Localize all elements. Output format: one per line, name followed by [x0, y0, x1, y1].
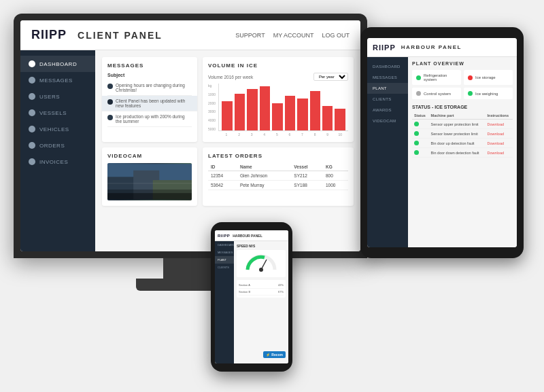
my-account-link[interactable]: MY ACCOUNT	[273, 32, 314, 39]
status-dot-4	[414, 150, 419, 155]
status-row-1: Sensor upper protection limit Download	[412, 120, 513, 129]
ph-sidebar-item-2[interactable]: MESSAGES	[215, 249, 234, 256]
chart-container: 5000 4000 3000 2000 1000 kg	[208, 84, 348, 137]
status-dot-3	[414, 141, 419, 145]
invoices-icon	[29, 158, 35, 165]
plant-status-green-2	[468, 91, 473, 96]
phone-frame: RIIPP HARBOUR PANEL DASHBOARD MESSAGES P…	[211, 222, 292, 372]
messages-icon	[29, 77, 35, 84]
logout-link[interactable]: LOG OUT	[322, 32, 350, 39]
y-label-2000: 2000	[208, 101, 216, 105]
message-item-2[interactable]: Client Panel has been updated with new f…	[102, 96, 197, 111]
order-vessel-2: SY188	[291, 181, 323, 190]
x-label-9: 9	[322, 132, 333, 137]
plant-item-1: Refrigeration system	[412, 70, 461, 85]
sidebar-label-dashboard: DASHBOARD	[39, 61, 77, 67]
status-part-2: Sensor lower protection limit	[429, 129, 486, 139]
top-row: MESSAGES Subject Opening hours are chang…	[102, 57, 354, 142]
message-item-3[interactable]: Ice production up with 200% during the s…	[107, 111, 192, 127]
sidebar-item-dashboard[interactable]: DASHBOARD	[20, 56, 95, 72]
sidebar-item-messages[interactable]: MESSAGES	[20, 72, 95, 88]
x-label-1: 1	[221, 132, 232, 137]
hp-sidebar-clients[interactable]: CLIENTS	[367, 94, 408, 105]
phone-gauge-area	[237, 250, 286, 277]
monitor-frame: RIIPP CLIENT PANEL SUPPORT MY ACCOUNT LO…	[14, 14, 367, 258]
status-instr-3[interactable]: Download	[486, 139, 513, 148]
bar-10	[335, 109, 345, 131]
phone-row-1: Section A 42%	[239, 282, 284, 289]
status-part-1: Sensor upper protection limit	[429, 120, 486, 129]
videocam-title: VIDEOCAM	[107, 153, 192, 159]
hp-sidebar-messages[interactable]: MESSAGES	[367, 72, 408, 83]
bar-7	[297, 99, 307, 130]
order-row-2[interactable]: 53642 Pete Murray SY188 1000	[208, 181, 348, 190]
orders-title: LATEST ORDERS	[208, 153, 348, 159]
status-row-3: Bin door up detection fault Download	[412, 139, 513, 148]
ph-sidebar-item-3[interactable]: PLANT	[215, 256, 234, 264]
hp-sidebar-awards[interactable]: AWARDS	[367, 105, 408, 115]
chart-x-labels: 12345678910	[218, 132, 348, 137]
status-instr-1[interactable]: Download	[486, 120, 513, 129]
ph-sidebar-item-4[interactable]: CLIENTS	[215, 264, 234, 271]
chart-title: VOLUME IN ICE	[208, 63, 348, 69]
dashboard-icon	[29, 60, 35, 67]
phone: RIIPP HARBOUR PANEL DASHBOARD MESSAGES P…	[211, 222, 292, 372]
bar-2	[235, 94, 245, 130]
msg-text-2: Client Panel has been updated with new f…	[116, 99, 192, 108]
plant-item-2: Ice storage	[464, 70, 513, 85]
message-item-1[interactable]: Opening hours are changing during Christ…	[107, 80, 192, 96]
hp-sidebar-plant[interactable]: PLANT	[367, 83, 408, 94]
msg-dot-1	[107, 84, 113, 89]
bar-4	[260, 86, 270, 130]
order-row-1[interactable]: 12354 Glen Johnson SY212 800	[208, 171, 348, 181]
hp-title: HARBOUR PANEL	[401, 44, 462, 50]
chart-y-labels: 5000 4000 3000 2000 1000 kg	[208, 84, 216, 131]
ph-sidebar: DASHBOARD MESSAGES PLANT CLIENTS	[215, 241, 234, 363]
chart-label: Volume 2016 per week	[208, 75, 253, 79]
order-vessel-1: SY212	[291, 171, 323, 181]
chart-header: Volume 2016 per week Per year	[208, 73, 348, 81]
sidebar-item-orders[interactable]: ORDERS	[20, 137, 95, 154]
sidebar-item-vessels[interactable]: VESSELS	[20, 105, 95, 121]
plant-status-green-1	[416, 75, 421, 80]
sidebar-item-invoices[interactable]: INVOICES	[20, 154, 95, 170]
status-col-part: Machine part	[429, 112, 486, 120]
sidebar-label-orders: ORDERS	[39, 143, 65, 149]
chart-period-select[interactable]: Per year	[313, 73, 348, 81]
sidebar-item-users[interactable]: USERS	[20, 88, 95, 105]
y-label-unit: kg	[208, 84, 216, 88]
sidebar-item-vehicles[interactable]: VEHICLES	[20, 121, 95, 137]
order-name-2: Pete Murray	[237, 181, 291, 190]
x-label-3: 3	[246, 132, 257, 137]
status-dot-2	[414, 131, 419, 136]
plant-status-gray-1	[416, 91, 421, 96]
ph-sidebar-item-1[interactable]: DASHBOARD	[215, 241, 234, 249]
phone-label-b: Section B	[239, 290, 250, 293]
status-instr-2[interactable]: Download	[486, 129, 513, 139]
plant-label-2: Ice storage	[475, 75, 496, 79]
svg-line-7	[261, 260, 267, 270]
hp-sidebar-videocam[interactable]: VIDEOCAM	[367, 115, 408, 126]
status-instr-4[interactable]: Download	[486, 148, 513, 158]
support-link[interactable]: SUPPORT	[235, 32, 265, 39]
phone-header: RIIPP HARBOUR PANEL	[215, 230, 288, 241]
vessels-icon	[29, 109, 35, 116]
plant-item-4: Ice weighing	[464, 88, 513, 99]
hp-sidebar-dashboard[interactable]: DASHBOARD	[367, 61, 408, 72]
msg-dot-3	[107, 115, 113, 120]
orders-table: ID Name Vessel KG 12354	[208, 163, 348, 190]
ph-logo: RIIPP	[218, 234, 230, 238]
chart-bars	[218, 84, 348, 131]
x-label-7: 7	[297, 132, 308, 137]
hp-main: PLANT OVERVIEW Refrigeration system Ice …	[408, 57, 517, 247]
col-vessel: Vessel	[291, 163, 323, 171]
hp-logo: RIIPP	[373, 43, 396, 52]
x-label-2: 2	[234, 132, 245, 137]
cp-sidebar: DASHBOARD MESSAGES USERS VESSELS	[20, 50, 95, 251]
monitor-stand	[163, 258, 218, 279]
msg-dot-2	[107, 99, 113, 105]
phone-panel-1: Section A 42% Section B 67%	[237, 280, 286, 298]
hp-sidebar: DASHBOARD MESSAGES PLANT CLIENTS AWARDS …	[367, 57, 408, 247]
messages-panel: MESSAGES Subject Opening hours are chang…	[102, 57, 197, 142]
phone-value-a: 42%	[278, 283, 284, 287]
